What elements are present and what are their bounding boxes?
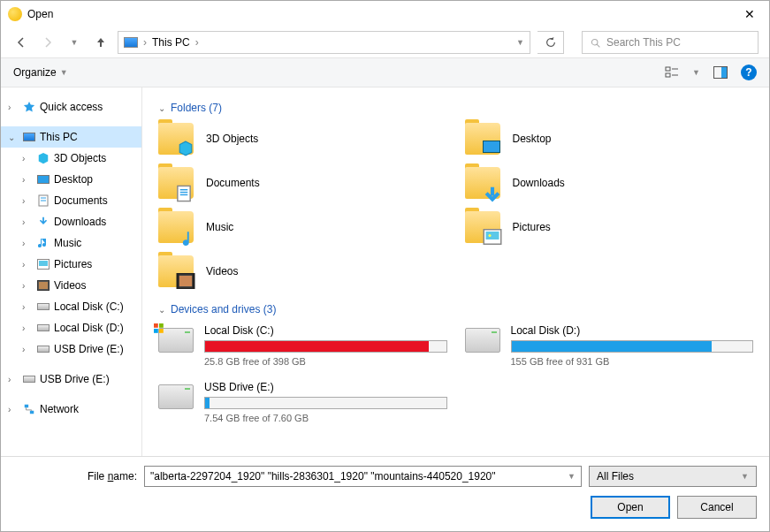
tree-this-pc[interactable]: ⌄ This PC: [1, 126, 141, 148]
chevron-down-icon[interactable]: ⌄: [8, 133, 19, 142]
music-icon: [176, 229, 195, 245]
close-button[interactable]: ✕: [737, 4, 762, 25]
drive-local-c[interactable]: Local Disk (C:) 25.8 GB free of 398 GB: [158, 324, 447, 367]
drive-name: Local Disk (C:): [204, 324, 447, 337]
view-options-button[interactable]: [664, 65, 680, 80]
svg-rect-25: [179, 276, 193, 286]
tree-item-music[interactable]: ›Music: [1, 232, 141, 254]
app-icon: [8, 7, 22, 21]
filename-history-dropdown[interactable]: ▼: [568, 472, 576, 481]
pc-icon: [22, 130, 36, 144]
download-icon: [483, 185, 502, 201]
drive-icon: [465, 328, 500, 353]
folder-3d-objects[interactable]: 3D Objects: [158, 123, 447, 155]
refresh-button[interactable]: [537, 31, 564, 54]
view-dropdown[interactable]: ▼: [692, 68, 700, 77]
drive-usb-e[interactable]: USB Drive (E:) 7.54 GB free of 7.60 GB: [158, 381, 447, 423]
svg-rect-27: [193, 274, 194, 289]
search-input[interactable]: Search This PC: [582, 31, 759, 54]
video-icon: [176, 273, 195, 289]
chevron-down-icon: ⌄: [158, 305, 165, 315]
svg-rect-12: [39, 261, 48, 266]
tree-item-desktop[interactable]: ›Desktop: [1, 169, 141, 190]
tree-network[interactable]: ›Network: [1, 399, 141, 420]
file-type-filter[interactable]: All Files ▼: [589, 466, 757, 487]
tree-usb-drive-top[interactable]: ›USB Drive (E:): [1, 369, 141, 390]
drives-section-header[interactable]: ⌄ Devices and drives (3): [158, 303, 753, 315]
drive-local-d[interactable]: Local Disk (D:) 155 GB free of 931 GB: [465, 324, 754, 367]
svg-rect-3: [666, 73, 670, 77]
forward-button[interactable]: [38, 33, 57, 52]
desktop-icon: [36, 172, 50, 186]
drive-icon: [36, 300, 50, 314]
tree-item-downloads[interactable]: ›Downloads: [1, 211, 141, 232]
navigation-tree[interactable]: › Quick access ⌄ This PC ›3D Objects ›De…: [1, 87, 142, 456]
cube-icon: [176, 141, 195, 156]
usb-icon: [36, 342, 50, 356]
usb-icon: [22, 372, 36, 386]
back-button[interactable]: [11, 33, 31, 52]
cancel-button[interactable]: Cancel: [677, 496, 757, 519]
tree-item-3d-objects[interactable]: ›3D Objects: [1, 148, 141, 169]
open-button[interactable]: Open: [591, 496, 670, 519]
address-history-dropdown[interactable]: ▼: [516, 38, 524, 47]
tree-quick-access[interactable]: › Quick access: [1, 96, 141, 118]
svg-rect-29: [159, 323, 164, 328]
drive-usage-bar: [204, 397, 447, 409]
svg-point-0: [591, 39, 598, 45]
svg-rect-30: [154, 329, 158, 333]
picture-icon: [36, 257, 50, 271]
window-title: Open: [27, 8, 53, 20]
drive-usage-bar: [511, 340, 754, 353]
folder-desktop[interactable]: Desktop: [465, 123, 754, 155]
download-icon: [36, 215, 50, 229]
drive-icon: [158, 328, 194, 353]
chevron-down-icon: ⌄: [158, 103, 165, 113]
folder-videos[interactable]: Videos: [158, 255, 447, 287]
usb-icon: [158, 384, 194, 409]
svg-rect-14: [39, 282, 48, 289]
recent-dropdown[interactable]: ▼: [65, 33, 84, 52]
svg-rect-26: [177, 274, 179, 289]
folder-downloads[interactable]: Downloads: [465, 167, 754, 199]
breadcrumb-location[interactable]: This PC: [152, 36, 190, 49]
svg-rect-17: [178, 186, 190, 201]
folder-music[interactable]: Music: [158, 211, 447, 243]
filename-label: File name:: [13, 470, 137, 483]
drive-name: Local Disk (D:): [511, 324, 754, 337]
picture-icon: [483, 229, 502, 245]
drive-icon: [36, 321, 50, 335]
folder-pictures[interactable]: Pictures: [465, 211, 754, 243]
chevron-down-icon: ▼: [741, 472, 749, 481]
svg-rect-7: [721, 67, 727, 78]
tree-item-documents[interactable]: ›Documents: [1, 190, 141, 211]
breadcrumb-sep-icon: ›: [143, 36, 147, 49]
up-button[interactable]: [91, 33, 111, 52]
video-icon: [36, 278, 50, 293]
search-placeholder: Search This PC: [606, 36, 681, 49]
tree-item-pictures[interactable]: ›Pictures: [1, 254, 141, 275]
svg-point-23: [488, 234, 491, 237]
address-bar[interactable]: › This PC › ▼: [118, 31, 530, 54]
tree-item-local-disk-c[interactable]: ›Local Disk (C:): [1, 296, 141, 317]
breadcrumb-sep-icon[interactable]: ›: [195, 36, 199, 49]
svg-rect-22: [485, 232, 499, 239]
svg-rect-28: [154, 323, 158, 328]
drive-free-text: 155 GB free of 931 GB: [511, 356, 754, 367]
folders-section-header[interactable]: ⌄ Folders (7): [158, 102, 753, 114]
cube-icon: [36, 151, 50, 165]
help-button[interactable]: ?: [741, 65, 757, 80]
preview-pane-button[interactable]: [713, 65, 728, 80]
svg-rect-16: [30, 411, 34, 414]
document-icon: [36, 194, 50, 208]
filename-input[interactable]: "alberta-2297204_1920" "hills-2836301_19…: [144, 466, 582, 487]
organize-menu[interactable]: Organize ▼: [13, 66, 68, 79]
folder-documents[interactable]: Documents: [158, 167, 447, 199]
tree-item-usb-drive[interactable]: ›USB Drive (E:): [1, 338, 141, 360]
tree-item-local-disk-d[interactable]: ›Local Disk (D:): [1, 317, 141, 338]
svg-rect-15: [25, 405, 28, 408]
tree-item-videos[interactable]: ›Videos: [1, 275, 141, 296]
content-area[interactable]: ⌄ Folders (7) 3D Objects Desktop Documen…: [142, 87, 769, 456]
document-icon: [176, 185, 195, 201]
drive-free-text: 7.54 GB free of 7.60 GB: [204, 413, 447, 423]
